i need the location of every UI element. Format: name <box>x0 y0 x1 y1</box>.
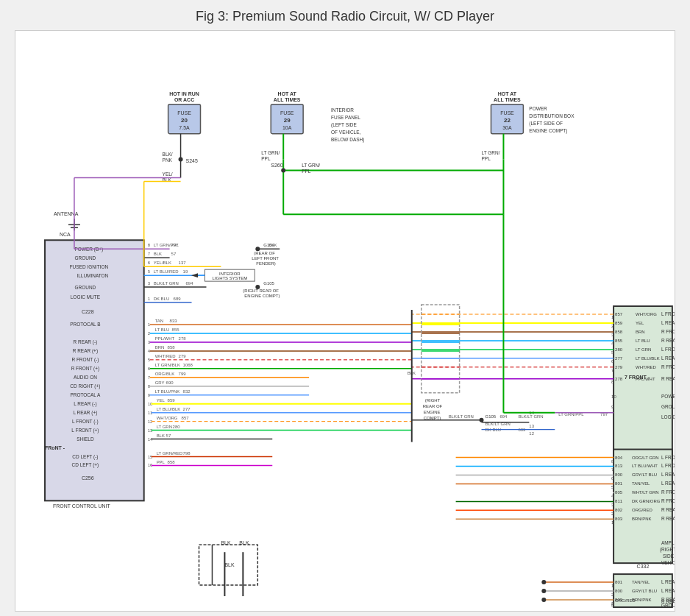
svg-text:PPL: PPL <box>482 156 491 161</box>
svg-text:57: 57 <box>166 433 171 438</box>
svg-text:TAN/YEL: TAN/YEL <box>632 481 650 486</box>
svg-text:PNK: PNK <box>163 157 173 163</box>
diagram-container: HOT IN RUN OR ACC HOT AT ALL TIMES HOT A… <box>15 30 675 612</box>
svg-text:WHT/RED: WHT/RED <box>636 365 657 369</box>
svg-text:280: 280 <box>173 425 181 429</box>
svg-text:801: 801 <box>615 580 623 584</box>
svg-text:COMPT): COMPT) <box>424 416 441 420</box>
svg-text:BLK: BLK <box>163 177 172 183</box>
svg-text:R FRONT (+): R FRONT (+) <box>71 366 100 372</box>
svg-point-34 <box>179 157 183 162</box>
svg-text:L FRONT (-): L FRONT (-) <box>72 419 99 425</box>
svg-text:BLK/: BLK/ <box>163 152 173 157</box>
svg-text:LOGIC MUTE: LOGIC MUTE <box>661 414 675 419</box>
svg-text:GRY: GRY <box>155 380 165 385</box>
svg-text:POWER: POWER <box>529 106 547 111</box>
svg-text:L REAR SIG (+): L REAR SIG (+) <box>661 579 675 585</box>
svg-text:LT BLU/PNK: LT BLU/PNK <box>155 389 180 394</box>
svg-text:LT GRN: LT GRN <box>636 347 651 352</box>
svg-text:LT BLU: LT BLU <box>155 328 170 332</box>
svg-text:277: 277 <box>615 356 623 361</box>
svg-text:YEL/BLK: YEL/BLK <box>154 261 171 265</box>
svg-text:LIGHTS SYSTEM: LIGHTS SYSTEM <box>213 276 248 280</box>
svg-text:802: 802 <box>615 508 623 512</box>
svg-text:ALL TIMES: ALL TIMES <box>494 97 521 102</box>
svg-text:L REAR SIG (-): L REAR SIG (-) <box>661 481 675 486</box>
svg-text:22: 22 <box>504 117 511 124</box>
svg-text:R FRONT (-): R FRONT (-) <box>661 329 675 335</box>
svg-text:13: 13 <box>529 424 534 428</box>
svg-text:C228: C228 <box>82 309 94 314</box>
svg-text:855: 855 <box>172 328 180 332</box>
svg-text:R REAR SIG (+): R REAR SIG (+) <box>661 507 675 513</box>
svg-text:20: 20 <box>181 117 188 124</box>
svg-text:(RIGHT REAR: (RIGHT REAR <box>660 547 675 553</box>
page-title: Fig 3: Premium Sound Radio Circuit, W/ C… <box>0 0 690 30</box>
svg-text:L FRONT SIG (-): L FRONT SIG (-) <box>661 463 675 469</box>
svg-text:SIDE OF: SIDE OF <box>663 553 675 559</box>
svg-text:CD LEFT (-): CD LEFT (-) <box>72 454 98 460</box>
svg-text:HOT AT: HOT AT <box>278 91 297 96</box>
svg-text:ALL TIMES: ALL TIMES <box>274 97 301 102</box>
svg-text:BLK: BLK <box>154 252 162 256</box>
svg-text:L REAR (+): L REAR (+) <box>661 355 675 361</box>
svg-text:GROUND: GROUND <box>661 404 675 409</box>
svg-text:858: 858 <box>168 460 176 464</box>
svg-text:R REAR (-): R REAR (-) <box>74 339 98 345</box>
svg-text:797: 797 <box>171 243 179 247</box>
svg-text:LEFT FRONT: LEFT FRONT <box>252 256 279 261</box>
svg-text:WHT/ORG: WHT/ORG <box>636 312 657 316</box>
svg-text:C256: C256 <box>82 475 94 481</box>
svg-text:10A: 10A <box>282 125 292 130</box>
svg-text:G105: G105 <box>263 281 274 286</box>
svg-text:HOT AT: HOT AT <box>498 91 517 96</box>
svg-text:TAN: TAN <box>155 319 164 323</box>
svg-text:(REAR OF: (REAR OF <box>254 251 275 255</box>
svg-point-337 <box>541 589 546 593</box>
svg-text:R FRONT SIG (+): R FRONT SIG (+) <box>661 489 675 495</box>
svg-text:832: 832 <box>183 389 191 394</box>
svg-text:BLK: BLK <box>224 562 235 567</box>
svg-text:LT GRN/: LT GRN/ <box>261 150 280 155</box>
svg-text:1068: 1068 <box>183 363 193 367</box>
svg-text:FRoNT -: FRoNT - <box>45 445 65 450</box>
svg-text:857: 857 <box>182 416 190 420</box>
svg-text:ENGINE COMPT): ENGINE COMPT) <box>529 128 567 134</box>
svg-text:690: 690 <box>166 380 174 385</box>
svg-text:TAN/YEL: TAN/YEL <box>632 580 650 584</box>
svg-text:FENDER): FENDER) <box>256 261 276 266</box>
diagram-inner: HOT IN RUN OR ACC HOT AT ALL TIMES HOT A… <box>15 31 675 611</box>
svg-text:PROTOCAL A: PROTOCAL A <box>70 392 101 397</box>
svg-text:LT GRN/: LT GRN/ <box>302 163 320 168</box>
svg-text:689: 689 <box>174 297 182 301</box>
svg-text:57: 57 <box>171 252 177 256</box>
svg-text:(LEFT SIDE OF: (LEFT SIDE OF <box>529 121 563 127</box>
svg-text:19: 19 <box>183 269 188 274</box>
svg-text:AUDIO ON: AUDIO ON <box>74 375 97 380</box>
svg-text:ENGINE COMPT): ENGINE COMPT) <box>244 294 280 298</box>
svg-text:10: 10 <box>611 394 616 399</box>
svg-point-338 <box>541 598 546 602</box>
svg-text:(LEFT SIDE: (LEFT SIDE <box>331 122 357 128</box>
svg-text:BLK: BLK <box>221 540 231 545</box>
svg-text:R FRONT (-): R FRONT (-) <box>71 357 99 363</box>
svg-text:798: 798 <box>183 451 191 456</box>
svg-text:R REAR (-): R REAR (-) <box>661 338 675 344</box>
svg-text:GROUND: GROUND <box>75 285 96 290</box>
svg-text:BLK/LT GRN: BLK/LT GRN <box>154 281 179 286</box>
svg-text:800: 800 <box>615 472 623 477</box>
svg-point-336 <box>541 580 546 584</box>
svg-text:GRY/LT BLU: GRY/LT BLU <box>632 472 657 477</box>
svg-text:BLK/LT GRN: BLK/LT GRN <box>449 414 474 419</box>
svg-text:858: 858 <box>615 330 623 334</box>
svg-text:OR ACC: OR ACC <box>174 97 194 102</box>
svg-text:278: 278 <box>179 336 187 341</box>
svg-text:859: 859 <box>615 321 623 325</box>
svg-text:INTERIOR: INTERIOR <box>331 107 354 113</box>
svg-text:R REAR (+): R REAR (+) <box>661 376 675 382</box>
svg-text:29: 29 <box>284 117 291 124</box>
svg-text:LT BLU/WHT: LT BLU/WHT <box>632 464 658 468</box>
svg-text:(RIGHT REAR OF: (RIGHT REAR OF <box>243 288 279 293</box>
svg-text:GRY/LT BLU: GRY/LT BLU <box>632 589 657 593</box>
svg-text:BRN: BRN <box>155 345 165 350</box>
